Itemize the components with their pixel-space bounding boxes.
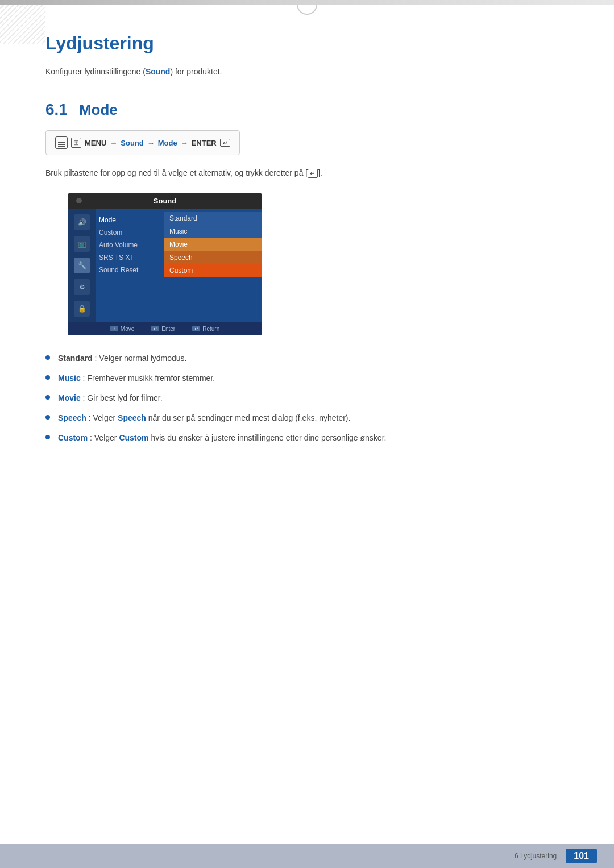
tv-body: 🔊 📺 🔧 ⚙ 🔒 Mode Custom Auto Volume SRS TS… (68, 209, 262, 322)
tv-content-area: Mode Custom Auto Volume SRS TS XT Sound … (96, 209, 262, 322)
bullet-dot-3 (45, 395, 50, 400)
return-icon: ↩ (192, 326, 200, 331)
section-number: 6.1 (45, 101, 68, 119)
term-speech-1: Speech (58, 413, 86, 422)
sidebar-icon-5: 🔒 (74, 301, 90, 317)
tv-sub-standard: Standard (164, 212, 262, 225)
tv-sidebar: 🔊 📺 🔧 ⚙ 🔒 (68, 209, 96, 322)
sep-speech: : Velger (89, 413, 118, 422)
nav-arrow2: → (147, 139, 155, 147)
desc-standard: Velger normal lydmodus. (99, 354, 186, 363)
list-item-custom: Custom : Velger Custom hvis du ønsker å … (45, 432, 569, 444)
list-item-music: Music : Fremhever musikk fremfor stemmer… (45, 372, 569, 384)
tv-menu-srstsxt: SRS TS XT (96, 252, 164, 263)
term-custom-1: Custom (58, 433, 88, 442)
footer-page-number: 101 (566, 849, 597, 863)
intro-text: Konfigurer lydinnstillingene (Sound) for… (45, 65, 569, 78)
tv-title-bar: Sound (68, 193, 262, 209)
tv-menu-custom: Custom (96, 227, 164, 238)
enter-bracket-icon: ↵ (308, 169, 318, 178)
bullet-dot-2 (45, 375, 50, 380)
tv-sub-custom: Custom (164, 264, 262, 277)
top-stripe (0, 0, 614, 5)
term-custom-2: Custom (119, 433, 148, 442)
desc-after: ]. (318, 168, 322, 177)
term-speech-2: Speech (118, 413, 146, 422)
tv-sub-music: Music (164, 225, 262, 238)
section-heading: 6.1 Mode (45, 101, 569, 119)
nav-item3: ENTER (192, 139, 217, 147)
desc-before: Bruk piltastene for opp og ned til å vel… (45, 168, 308, 177)
nav-menu-label: MENU (85, 139, 106, 147)
tv-title-text: Sound (154, 197, 176, 205)
bullet-dot-1 (45, 355, 50, 360)
desc-text: Bruk piltastene for opp og ned til å vel… (45, 167, 569, 179)
enter-label: Enter (161, 326, 175, 332)
enter-btn-icon: ↵ (151, 326, 159, 331)
tv-bottom-bar: ↕ Move ↵ Enter ↩ Return (68, 322, 262, 335)
tv-left-menu: Mode Custom Auto Volume SRS TS XT Sound … (96, 209, 164, 322)
tv-sub-speech: Speech (164, 251, 262, 264)
tv-screenshot: Sound 🔊 📺 🔧 ⚙ 🔒 Mode Custom Auto Volume … (68, 193, 262, 335)
move-label: Move (121, 326, 134, 332)
sep-custom: : Velger (90, 433, 119, 442)
desc-movie: Gir best lyd for filmer. (87, 393, 162, 402)
tv-right-submenu: Standard Music Movie Speech Custom (164, 209, 262, 322)
list-item-movie: Movie : Gir best lyd for filmer. (45, 392, 569, 404)
page-title: Lydjustering (45, 33, 569, 54)
tv-btn-move: ↕ Move (110, 326, 134, 332)
sidebar-icon-1: 🔊 (74, 214, 90, 230)
nav-item2: Mode (158, 139, 177, 147)
tv-sub-movie: Movie (164, 238, 262, 251)
desc-custom: hvis du ønsker å justere innstillingene … (151, 433, 386, 442)
footer: 6 Lydjustering 101 (0, 844, 614, 868)
list-item-speech: Speech : Velger Speech når du ser på sen… (45, 412, 569, 424)
term-standard: Standard (58, 354, 93, 363)
tv-menu-soundreset: Sound Reset (96, 264, 164, 276)
corner-decoration (0, 0, 45, 45)
desc-music: Fremhever musikk fremfor stemmer. (87, 373, 215, 383)
grid-icon: ⊞ (71, 138, 81, 148)
tv-btn-return: ↩ Return (192, 326, 219, 332)
menu-icon (55, 136, 68, 149)
term-music: Music (58, 373, 81, 383)
nav-arrow3: → (181, 139, 188, 147)
list-item-standard: Standard : Velger normal lydmodus. (45, 352, 569, 364)
footer-chapter: 6 Lydjustering (515, 852, 557, 860)
bullet-dot-5 (45, 435, 50, 439)
intro-text-before: Konfigurer lydinnstillingene ( (45, 67, 146, 76)
term-movie: Movie (58, 393, 81, 402)
sidebar-icon-3: 🔧 (74, 258, 90, 273)
section-title: Mode (79, 101, 118, 119)
tv-menu-autovolume: Auto Volume (96, 239, 164, 251)
tv-menu-mode: Mode (96, 214, 164, 226)
sidebar-icon-4: ⚙ (74, 279, 90, 295)
intro-text-after: ) for produktet. (170, 67, 222, 76)
move-icon: ↕ (110, 326, 118, 331)
bullet-dot-4 (45, 415, 50, 420)
main-content: Lydjustering Konfigurer lydinnstillingen… (0, 5, 614, 486)
return-label: Return (202, 326, 219, 332)
enter-icon: ↵ (220, 139, 230, 147)
desc-speech: når du ser på sendinger med mest dialog … (148, 413, 351, 422)
nav-item1: Sound (121, 139, 143, 147)
sidebar-icon-2: 📺 (74, 236, 90, 252)
nav-path-box: ⊞ MENU → Sound → Mode → ENTER ↵ (45, 130, 240, 155)
tv-btn-enter: ↵ Enter (151, 326, 175, 332)
bullet-list: Standard : Velger normal lydmodus. Music… (45, 352, 569, 444)
tv-title-icon (76, 198, 82, 203)
nav-arrow1: → (110, 139, 117, 147)
intro-sound-highlight: Sound (146, 67, 171, 76)
